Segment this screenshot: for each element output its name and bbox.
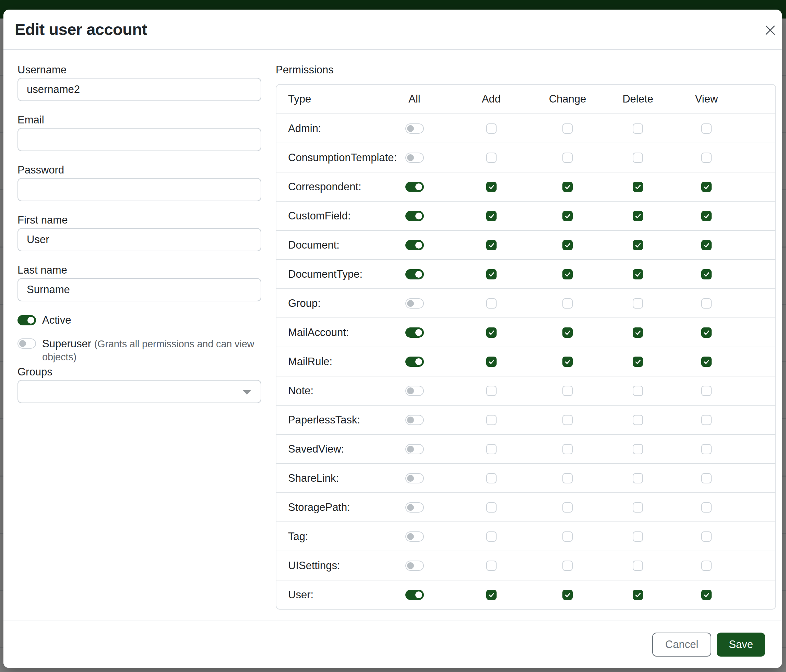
close-icon[interactable] xyxy=(763,23,777,37)
permission-delete-checkbox[interactable] xyxy=(633,386,643,396)
permission-add-checkbox[interactable] xyxy=(486,211,497,221)
permission-view-checkbox[interactable] xyxy=(701,444,712,454)
last-name-input[interactable] xyxy=(17,278,261,301)
permissions-table: Type All Add Change Delete View Admin:Co… xyxy=(276,84,776,609)
permission-all-toggle[interactable] xyxy=(406,240,424,250)
permission-view-checkbox[interactable] xyxy=(701,561,712,571)
permission-add-checkbox[interactable] xyxy=(486,356,497,367)
permission-change-checkbox[interactable] xyxy=(563,240,573,250)
permission-add-checkbox[interactable] xyxy=(486,298,497,309)
permission-all-toggle[interactable] xyxy=(406,152,424,163)
permission-all-toggle[interactable] xyxy=(406,473,424,484)
permission-add-checkbox[interactable] xyxy=(486,386,497,396)
permission-all-toggle[interactable] xyxy=(406,561,424,571)
permission-add-checkbox[interactable] xyxy=(486,531,497,542)
first-name-input[interactable] xyxy=(17,228,261,251)
permission-view-checkbox[interactable] xyxy=(701,211,712,221)
permission-view-checkbox[interactable] xyxy=(701,182,712,192)
permission-all-toggle[interactable] xyxy=(406,298,424,309)
permission-add-checkbox[interactable] xyxy=(486,561,497,571)
permission-change-checkbox[interactable] xyxy=(563,444,573,454)
permission-add-checkbox[interactable] xyxy=(486,473,497,484)
permission-all-toggle[interactable] xyxy=(406,444,424,454)
permission-view-checkbox[interactable] xyxy=(701,473,712,484)
permission-view-checkbox[interactable] xyxy=(701,415,712,425)
toggle-knob xyxy=(407,416,414,424)
permission-view-checkbox[interactable] xyxy=(701,269,712,279)
permission-change-checkbox[interactable] xyxy=(563,356,573,367)
permission-delete-checkbox[interactable] xyxy=(633,211,643,221)
permission-delete-checkbox[interactable] xyxy=(633,415,643,425)
username-input[interactable] xyxy=(17,78,261,101)
permission-view-checkbox[interactable] xyxy=(701,327,712,338)
permission-change-checkbox[interactable] xyxy=(563,415,573,425)
permission-view-checkbox[interactable] xyxy=(701,356,712,367)
permission-change-checkbox[interactable] xyxy=(563,531,573,542)
permission-delete-checkbox[interactable] xyxy=(633,123,643,134)
permission-change-checkbox[interactable] xyxy=(563,123,573,134)
permission-row: PaperlessTask: xyxy=(277,405,775,434)
permission-add-checkbox[interactable] xyxy=(486,502,497,513)
permission-add-checkbox[interactable] xyxy=(486,152,497,163)
permission-change-checkbox[interactable] xyxy=(563,561,573,571)
permission-change-checkbox[interactable] xyxy=(563,386,573,396)
permission-all-toggle[interactable] xyxy=(406,182,424,192)
permission-all-toggle[interactable] xyxy=(406,356,424,367)
permission-change-checkbox[interactable] xyxy=(563,502,573,513)
permission-add-checkbox[interactable] xyxy=(486,123,497,134)
permission-change-checkbox[interactable] xyxy=(563,473,573,484)
permission-view-checkbox[interactable] xyxy=(701,240,712,250)
permission-add-checkbox[interactable] xyxy=(486,327,497,338)
save-button[interactable]: Save xyxy=(717,633,765,656)
email-input[interactable] xyxy=(17,128,261,151)
permission-change-checkbox[interactable] xyxy=(563,590,573,600)
permission-change-checkbox[interactable] xyxy=(563,327,573,338)
permission-add-checkbox[interactable] xyxy=(486,269,497,279)
groups-select[interactable] xyxy=(17,380,261,403)
permission-change-checkbox[interactable] xyxy=(563,269,573,279)
permission-add-checkbox[interactable] xyxy=(486,415,497,425)
permission-view-checkbox[interactable] xyxy=(701,590,712,600)
permission-delete-checkbox[interactable] xyxy=(633,356,643,367)
permission-change-checkbox[interactable] xyxy=(563,298,573,309)
permission-delete-checkbox[interactable] xyxy=(633,531,643,542)
permission-delete-checkbox[interactable] xyxy=(633,182,643,192)
permission-add-checkbox[interactable] xyxy=(486,590,497,600)
toggle-knob xyxy=(407,446,414,452)
permission-view-checkbox[interactable] xyxy=(701,531,712,542)
permission-delete-checkbox[interactable] xyxy=(633,561,643,571)
permission-change-checkbox[interactable] xyxy=(563,152,573,163)
permission-all-toggle[interactable] xyxy=(406,386,424,396)
permission-delete-checkbox[interactable] xyxy=(633,473,643,484)
permission-delete-checkbox[interactable] xyxy=(633,269,643,279)
permission-view-checkbox[interactable] xyxy=(701,386,712,396)
cancel-button[interactable]: Cancel xyxy=(652,633,712,656)
permission-add-checkbox[interactable] xyxy=(486,444,497,454)
active-toggle[interactable] xyxy=(17,315,36,325)
permission-all-toggle[interactable] xyxy=(406,123,424,134)
permission-view-checkbox[interactable] xyxy=(701,298,712,309)
permission-delete-checkbox[interactable] xyxy=(633,502,643,513)
permission-delete-checkbox[interactable] xyxy=(633,240,643,250)
permission-all-toggle[interactable] xyxy=(406,502,424,513)
permission-all-toggle[interactable] xyxy=(406,211,424,221)
permission-delete-checkbox[interactable] xyxy=(633,298,643,309)
permission-view-checkbox[interactable] xyxy=(701,123,712,134)
permission-all-toggle[interactable] xyxy=(406,590,424,600)
permission-all-toggle[interactable] xyxy=(406,269,424,279)
permission-add-checkbox[interactable] xyxy=(486,240,497,250)
permission-all-toggle[interactable] xyxy=(406,415,424,425)
permission-delete-checkbox[interactable] xyxy=(633,444,643,454)
permission-view-checkbox[interactable] xyxy=(701,502,712,513)
permission-delete-checkbox[interactable] xyxy=(633,327,643,338)
superuser-toggle[interactable] xyxy=(17,338,36,349)
permission-delete-checkbox[interactable] xyxy=(633,152,643,163)
permission-delete-checkbox[interactable] xyxy=(633,590,643,600)
permission-all-toggle[interactable] xyxy=(406,327,424,338)
permission-all-toggle[interactable] xyxy=(406,531,424,542)
permission-change-checkbox[interactable] xyxy=(563,182,573,192)
permission-add-checkbox[interactable] xyxy=(486,182,497,192)
password-input[interactable] xyxy=(17,178,261,201)
permission-change-checkbox[interactable] xyxy=(563,211,573,221)
permission-view-checkbox[interactable] xyxy=(701,152,712,163)
